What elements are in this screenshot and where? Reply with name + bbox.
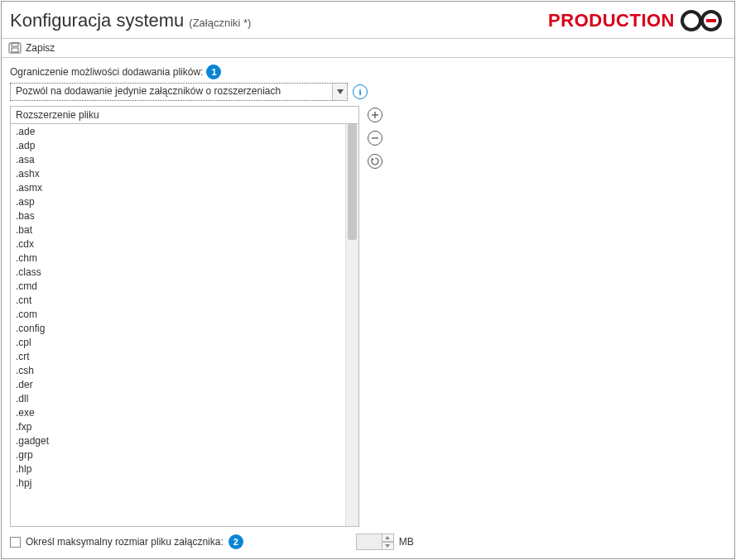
table-row[interactable]: .config xyxy=(11,321,345,335)
scrollbar-thumb[interactable] xyxy=(348,124,357,240)
max-size-label: Określ maksymalny rozmiar pliku załączni… xyxy=(26,536,224,548)
table-row[interactable]: .com xyxy=(11,307,345,321)
max-size-checkbox[interactable] xyxy=(10,537,21,548)
extensions-list[interactable]: .ade.adp.asa.ashx.asmx.asp.bas.bat.cdx.c… xyxy=(11,124,345,526)
refresh-button[interactable] xyxy=(368,154,382,169)
chevron-down-icon[interactable] xyxy=(332,84,347,100)
extensions-table: Rozszerzenie pliku .ade.adp.asa.ashx.asm… xyxy=(10,106,359,527)
table-row[interactable]: .class xyxy=(11,265,345,279)
restriction-label: Ograniczenie możliwości dodawania plików… xyxy=(10,66,203,78)
table-row[interactable]: .asp xyxy=(11,194,345,208)
svg-rect-4 xyxy=(12,43,18,46)
extensions-column-header[interactable]: Rozszerzenie pliku xyxy=(11,107,358,124)
remove-button[interactable] xyxy=(368,131,382,146)
info-icon[interactable]: i xyxy=(353,84,368,99)
brand: PRODUCTION xyxy=(548,8,726,33)
table-row[interactable]: .csh xyxy=(11,363,345,377)
page-subtitle: (Załączniki *) xyxy=(189,17,251,29)
max-size-spinner[interactable] xyxy=(356,534,394,550)
table-row[interactable]: .grp xyxy=(11,448,345,462)
max-size-input[interactable] xyxy=(356,534,382,550)
svg-rect-5 xyxy=(12,48,18,52)
annotation-badge-1: 1 xyxy=(206,65,221,79)
toolbar: Zapisz xyxy=(2,38,734,58)
table-row[interactable]: .cdx xyxy=(11,237,345,251)
table-row[interactable]: .ashx xyxy=(11,166,345,180)
table-row[interactable]: .exe xyxy=(11,405,345,419)
scrollbar[interactable] xyxy=(345,124,358,526)
table-row[interactable]: .cnt xyxy=(11,293,345,307)
add-button[interactable] xyxy=(368,108,382,122)
table-row[interactable]: .ade xyxy=(11,124,345,138)
table-row[interactable]: .asmx xyxy=(11,180,345,194)
table-row[interactable]: .dll xyxy=(11,391,345,405)
annotation-badge-2: 2 xyxy=(228,534,243,549)
table-row[interactable]: .hpj xyxy=(11,476,345,490)
brand-logo-icon xyxy=(678,8,726,33)
table-row[interactable]: .chm xyxy=(11,251,345,265)
max-size-unit: MB xyxy=(399,536,414,548)
restriction-combobox[interactable]: Pozwól na dodawanie jedynie załączników … xyxy=(10,83,348,101)
save-icon[interactable] xyxy=(8,42,22,54)
table-row[interactable]: .bas xyxy=(11,208,345,223)
table-row[interactable]: .gadget xyxy=(11,433,345,448)
table-row[interactable]: .der xyxy=(11,377,345,391)
table-row[interactable]: .adp xyxy=(11,138,345,152)
spinner-up-icon[interactable] xyxy=(382,534,394,542)
table-row[interactable]: .cmd xyxy=(11,279,345,293)
table-row[interactable]: .asa xyxy=(11,152,345,166)
table-row[interactable]: .hlp xyxy=(11,462,345,476)
brand-text: PRODUCTION xyxy=(548,10,675,31)
table-row[interactable]: .fxp xyxy=(11,419,345,433)
table-row[interactable]: .crt xyxy=(11,349,345,363)
table-row[interactable]: .cpl xyxy=(11,335,345,349)
page-title: Konfiguracja systemu xyxy=(10,10,184,31)
save-button[interactable]: Zapisz xyxy=(26,42,55,54)
restriction-combobox-value: Pozwól na dodawanie jedynie załączników … xyxy=(11,84,332,100)
svg-point-0 xyxy=(682,12,700,30)
spinner-down-icon[interactable] xyxy=(382,542,394,550)
table-row[interactable]: .bat xyxy=(11,223,345,237)
